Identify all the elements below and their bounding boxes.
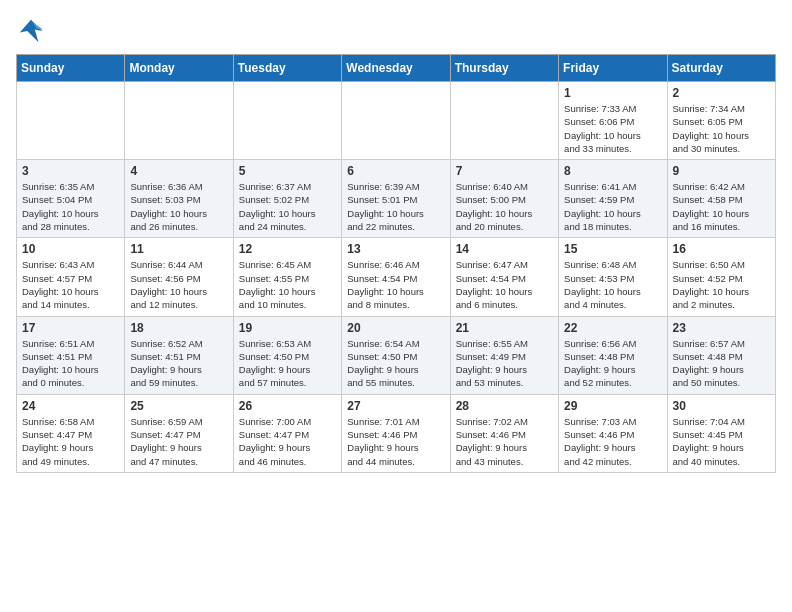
calendar-cell: 17Sunrise: 6:51 AM Sunset: 4:51 PM Dayli… [17,316,125,394]
day-number: 6 [347,164,444,178]
calendar-cell [450,82,558,160]
calendar-week-row: 17Sunrise: 6:51 AM Sunset: 4:51 PM Dayli… [17,316,776,394]
calendar-cell: 24Sunrise: 6:58 AM Sunset: 4:47 PM Dayli… [17,394,125,472]
day-number: 18 [130,321,227,335]
logo [16,16,50,46]
day-number: 5 [239,164,336,178]
day-info: Sunrise: 6:36 AM Sunset: 5:03 PM Dayligh… [130,180,227,233]
day-number: 27 [347,399,444,413]
calendar-cell: 26Sunrise: 7:00 AM Sunset: 4:47 PM Dayli… [233,394,341,472]
day-number: 15 [564,242,661,256]
day-info: Sunrise: 6:50 AM Sunset: 4:52 PM Dayligh… [673,258,770,311]
day-info: Sunrise: 6:56 AM Sunset: 4:48 PM Dayligh… [564,337,661,390]
day-number: 24 [22,399,119,413]
page-header [16,16,776,46]
calendar-cell: 16Sunrise: 6:50 AM Sunset: 4:52 PM Dayli… [667,238,775,316]
day-number: 11 [130,242,227,256]
day-info: Sunrise: 7:03 AM Sunset: 4:46 PM Dayligh… [564,415,661,468]
calendar-week-row: 3Sunrise: 6:35 AM Sunset: 5:04 PM Daylig… [17,160,776,238]
calendar-cell: 19Sunrise: 6:53 AM Sunset: 4:50 PM Dayli… [233,316,341,394]
logo-icon [16,16,46,46]
day-info: Sunrise: 6:55 AM Sunset: 4:49 PM Dayligh… [456,337,553,390]
day-number: 12 [239,242,336,256]
day-number: 28 [456,399,553,413]
weekday-header: Thursday [450,55,558,82]
day-number: 10 [22,242,119,256]
day-number: 25 [130,399,227,413]
day-info: Sunrise: 6:48 AM Sunset: 4:53 PM Dayligh… [564,258,661,311]
calendar-cell: 30Sunrise: 7:04 AM Sunset: 4:45 PM Dayli… [667,394,775,472]
calendar-cell: 2Sunrise: 7:34 AM Sunset: 6:05 PM Daylig… [667,82,775,160]
calendar-cell: 1Sunrise: 7:33 AM Sunset: 6:06 PM Daylig… [559,82,667,160]
svg-marker-0 [20,20,43,43]
day-info: Sunrise: 6:46 AM Sunset: 4:54 PM Dayligh… [347,258,444,311]
day-info: Sunrise: 6:58 AM Sunset: 4:47 PM Dayligh… [22,415,119,468]
calendar-cell: 18Sunrise: 6:52 AM Sunset: 4:51 PM Dayli… [125,316,233,394]
day-info: Sunrise: 7:04 AM Sunset: 4:45 PM Dayligh… [673,415,770,468]
day-info: Sunrise: 7:02 AM Sunset: 4:46 PM Dayligh… [456,415,553,468]
day-info: Sunrise: 6:44 AM Sunset: 4:56 PM Dayligh… [130,258,227,311]
day-number: 3 [22,164,119,178]
weekday-header: Sunday [17,55,125,82]
day-info: Sunrise: 6:57 AM Sunset: 4:48 PM Dayligh… [673,337,770,390]
calendar-cell: 20Sunrise: 6:54 AM Sunset: 4:50 PM Dayli… [342,316,450,394]
calendar-cell: 23Sunrise: 6:57 AM Sunset: 4:48 PM Dayli… [667,316,775,394]
day-info: Sunrise: 6:41 AM Sunset: 4:59 PM Dayligh… [564,180,661,233]
day-info: Sunrise: 6:47 AM Sunset: 4:54 PM Dayligh… [456,258,553,311]
day-info: Sunrise: 6:42 AM Sunset: 4:58 PM Dayligh… [673,180,770,233]
calendar-week-row: 10Sunrise: 6:43 AM Sunset: 4:57 PM Dayli… [17,238,776,316]
calendar-cell: 8Sunrise: 6:41 AM Sunset: 4:59 PM Daylig… [559,160,667,238]
day-number: 21 [456,321,553,335]
day-number: 9 [673,164,770,178]
calendar-cell: 13Sunrise: 6:46 AM Sunset: 4:54 PM Dayli… [342,238,450,316]
day-number: 8 [564,164,661,178]
calendar-cell [233,82,341,160]
day-number: 16 [673,242,770,256]
day-number: 26 [239,399,336,413]
calendar-cell: 15Sunrise: 6:48 AM Sunset: 4:53 PM Dayli… [559,238,667,316]
day-info: Sunrise: 6:54 AM Sunset: 4:50 PM Dayligh… [347,337,444,390]
day-number: 4 [130,164,227,178]
weekday-header: Monday [125,55,233,82]
day-info: Sunrise: 6:39 AM Sunset: 5:01 PM Dayligh… [347,180,444,233]
calendar-week-row: 1Sunrise: 7:33 AM Sunset: 6:06 PM Daylig… [17,82,776,160]
calendar-header-row: SundayMondayTuesdayWednesdayThursdayFrid… [17,55,776,82]
calendar-cell: 29Sunrise: 7:03 AM Sunset: 4:46 PM Dayli… [559,394,667,472]
calendar-cell: 5Sunrise: 6:37 AM Sunset: 5:02 PM Daylig… [233,160,341,238]
day-number: 20 [347,321,444,335]
calendar-cell: 4Sunrise: 6:36 AM Sunset: 5:03 PM Daylig… [125,160,233,238]
calendar-cell [342,82,450,160]
day-number: 19 [239,321,336,335]
calendar-cell: 11Sunrise: 6:44 AM Sunset: 4:56 PM Dayli… [125,238,233,316]
day-info: Sunrise: 6:52 AM Sunset: 4:51 PM Dayligh… [130,337,227,390]
day-number: 14 [456,242,553,256]
calendar-cell: 14Sunrise: 6:47 AM Sunset: 4:54 PM Dayli… [450,238,558,316]
weekday-header: Tuesday [233,55,341,82]
day-info: Sunrise: 7:33 AM Sunset: 6:06 PM Dayligh… [564,102,661,155]
calendar-cell: 21Sunrise: 6:55 AM Sunset: 4:49 PM Dayli… [450,316,558,394]
day-number: 29 [564,399,661,413]
calendar-cell: 3Sunrise: 6:35 AM Sunset: 5:04 PM Daylig… [17,160,125,238]
day-info: Sunrise: 6:40 AM Sunset: 5:00 PM Dayligh… [456,180,553,233]
calendar-cell: 25Sunrise: 6:59 AM Sunset: 4:47 PM Dayli… [125,394,233,472]
day-info: Sunrise: 6:59 AM Sunset: 4:47 PM Dayligh… [130,415,227,468]
day-number: 7 [456,164,553,178]
day-number: 30 [673,399,770,413]
calendar-cell: 27Sunrise: 7:01 AM Sunset: 4:46 PM Dayli… [342,394,450,472]
day-info: Sunrise: 7:00 AM Sunset: 4:47 PM Dayligh… [239,415,336,468]
calendar-cell: 10Sunrise: 6:43 AM Sunset: 4:57 PM Dayli… [17,238,125,316]
calendar-cell: 22Sunrise: 6:56 AM Sunset: 4:48 PM Dayli… [559,316,667,394]
day-info: Sunrise: 6:43 AM Sunset: 4:57 PM Dayligh… [22,258,119,311]
calendar-cell: 28Sunrise: 7:02 AM Sunset: 4:46 PM Dayli… [450,394,558,472]
calendar-cell: 9Sunrise: 6:42 AM Sunset: 4:58 PM Daylig… [667,160,775,238]
day-info: Sunrise: 6:51 AM Sunset: 4:51 PM Dayligh… [22,337,119,390]
calendar-week-row: 24Sunrise: 6:58 AM Sunset: 4:47 PM Dayli… [17,394,776,472]
calendar-cell: 7Sunrise: 6:40 AM Sunset: 5:00 PM Daylig… [450,160,558,238]
day-number: 17 [22,321,119,335]
day-info: Sunrise: 6:45 AM Sunset: 4:55 PM Dayligh… [239,258,336,311]
weekday-header: Saturday [667,55,775,82]
day-info: Sunrise: 6:35 AM Sunset: 5:04 PM Dayligh… [22,180,119,233]
day-number: 2 [673,86,770,100]
day-number: 13 [347,242,444,256]
weekday-header: Wednesday [342,55,450,82]
